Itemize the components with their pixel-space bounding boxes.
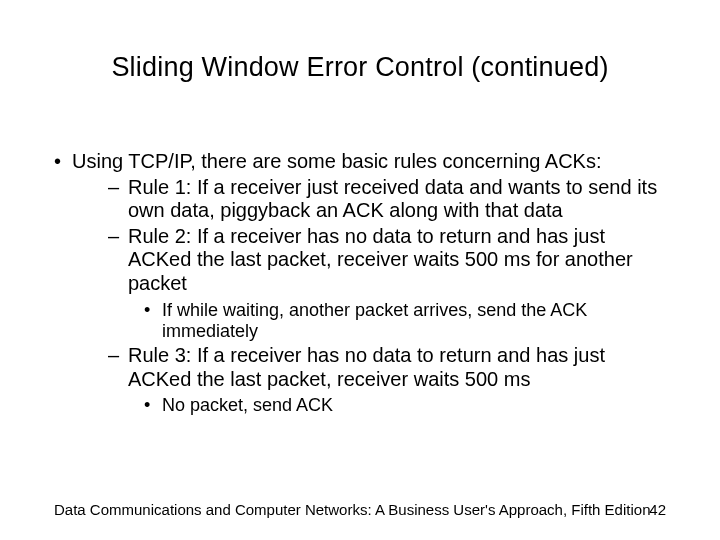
bullet-rule3-sub: No packet, send ACK [72, 395, 666, 416]
bullet-rule1: Rule 1: If a receiver just received data… [72, 176, 666, 223]
bullet-main-text: Using TCP/IP, there are some basic rules… [72, 150, 602, 172]
slide-title: Sliding Window Error Control (continued) [0, 52, 720, 83]
sub-bullets: Rule 1: If a receiver just received data… [72, 176, 666, 417]
bullet-rule2-sub: If while waiting, another packet arrives… [72, 300, 666, 342]
bullet-rule2: Rule 2: If a receiver has no data to ret… [72, 225, 666, 296]
footer-source: Data Communications and Computer Network… [54, 501, 650, 518]
bullet-main: Using TCP/IP, there are some basic rules… [54, 150, 666, 416]
slide-body: Using TCP/IP, there are some basic rules… [54, 150, 666, 420]
slide: Sliding Window Error Control (continued)… [0, 0, 720, 540]
footer-page-number: 42 [649, 501, 666, 518]
bullet-rule3: Rule 3: If a receiver has no data to ret… [72, 344, 666, 391]
